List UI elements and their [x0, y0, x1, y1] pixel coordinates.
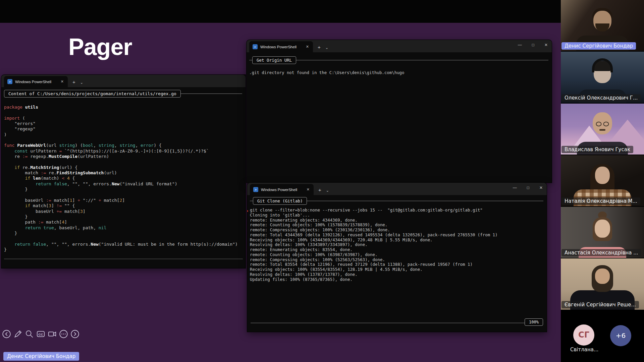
close-button[interactable]: ✕ — [544, 43, 548, 47]
back-arrow-icon — [2, 329, 11, 339]
terminal-window-origin-url[interactable]: > Windows PowerShell ✕ + ⌄ — □ ✕ Get Ori… — [247, 40, 552, 183]
terminal-line: path := match[4] — [4, 220, 242, 225]
maximize-button[interactable]: □ — [532, 43, 534, 47]
header-rule — [307, 201, 543, 201]
terminal-line — [4, 159, 242, 165]
terminal-body: Git Clone (Gitlab) ●git clone --filter=b… — [247, 195, 547, 332]
terminal-line — [4, 137, 242, 143]
terminal-line: } — [4, 231, 242, 236]
camera-button[interactable] — [48, 329, 57, 339]
close-button[interactable]: ✕ — [539, 185, 543, 190]
terminal-line — [4, 236, 242, 241]
terminal-line: remote: Compressing objects: 100% (52563… — [250, 257, 543, 262]
header-rule — [181, 94, 242, 94]
maximize-button[interactable]: □ — [527, 185, 529, 190]
terminal-tabbar: > Windows PowerShell ✕ + ⌄ — [1, 75, 246, 87]
video-camera-icon — [48, 329, 57, 339]
forward-arrow-icon — [70, 329, 79, 339]
terminal-line: Resolving deltas: 100% (3343897/3343897)… — [250, 242, 543, 247]
terminal-line: return false, "", "", errors.New("invali… — [4, 181, 242, 187]
code-listing: package utils import ( "errors" "regexp"… — [4, 105, 242, 252]
participant-tile[interactable]: Денис Сергійович Бондар — [561, 0, 644, 52]
slide-title: Pager — [68, 34, 132, 60]
participant-tile[interactable]: Олексій Олександрович Г... — [561, 52, 644, 103]
tab-windows-powershell[interactable]: > Windows PowerShell ✕ — [4, 76, 68, 87]
meeting-screen: Pager > Windows PowerShell ✕ + ⌄ Content… — [0, 0, 644, 362]
terminal-line: Receiving objects: 100% (4344369/4344369… — [250, 238, 543, 243]
terminal-line: remote: Total 83554 (delta 12196), reuse… — [250, 262, 543, 267]
participant-tile[interactable]: Євгеній Сергійович Реше... — [561, 258, 644, 310]
tab-title: Windows PowerShell — [261, 188, 303, 192]
terminal-line: import ( — [4, 116, 242, 121]
minimize-button[interactable]: — — [513, 185, 517, 190]
terminal-line: Receiving objects: 100% (83554/83554), 1… — [250, 267, 543, 272]
participant-tile[interactable]: Наталія Олександрівна М... — [561, 155, 644, 207]
tab-windows-powershell[interactable]: > Windows PowerShell ✕ — [250, 184, 314, 195]
terminal-line: package utils — [4, 105, 242, 110]
terminal-tabbar: > Windows PowerShell ✕ + ⌄ — □ ✕ — [247, 183, 547, 195]
forward-arrow-button[interactable] — [70, 329, 79, 339]
draw-button[interactable] — [13, 329, 22, 339]
terminal-window-git-clone[interactable]: > Windows PowerShell ✕ + ⌄ — □ ✕ Git Clo… — [247, 183, 547, 332]
window-controls: — □ ✕ — [518, 43, 548, 47]
terminal-line: remote: Counting objects: 100% (63987/63… — [250, 252, 543, 257]
magnifier-icon — [25, 329, 34, 339]
terminal-line: "regexp" — [4, 126, 242, 132]
terminal-line: match := re.FindStringSubmatch(url) — [4, 170, 242, 176]
terminal-line: remote: Enumerating objects: 83554, done… — [250, 247, 543, 252]
status-rule — [251, 323, 543, 323]
terminal-line: baseUrl += match[3] — [4, 209, 242, 214]
terminal-line — [4, 110, 242, 115]
terminal-output-line: .git directory not found in the C:\Users… — [249, 70, 548, 75]
tab-dropdown-icon[interactable]: ⌄ — [80, 80, 83, 85]
terminal-line: remote: Counting objects: 100% (1578839/… — [250, 223, 543, 228]
more-ellipsis-icon — [59, 329, 68, 339]
captions-button[interactable]: CC — [36, 329, 45, 339]
more-button[interactable] — [59, 329, 68, 339]
window-controls: — □ ✕ — [513, 185, 543, 190]
terminal-line: } — [4, 247, 242, 252]
svg-text:CC: CC — [39, 333, 43, 336]
participant-name-label: Анастасія Олександрівна ... — [561, 249, 641, 256]
section-header: Get Origin URL — [249, 55, 548, 65]
git-clone-output: ●git clone --filter=blob:none --recursiv… — [250, 208, 543, 282]
tab-close-icon[interactable]: ✕ — [60, 79, 64, 84]
terminal-line: remote: Enumerating objects: 4344369, do… — [250, 218, 543, 223]
terminal-line: remote: Total 4344369 (delta 1392126), r… — [250, 233, 543, 238]
terminal-line: ) — [4, 132, 242, 137]
participant-name-label: Владислав Янович Гусак — [561, 146, 633, 153]
tab-close-icon[interactable]: ✕ — [305, 44, 310, 50]
terminal-line: func ParseWebUrl(url string) (bool, stri… — [4, 143, 242, 148]
minimize-button[interactable]: — — [518, 43, 522, 47]
new-tab-button[interactable]: + — [72, 79, 75, 85]
powershell-icon: > — [253, 44, 258, 49]
avatar-initials[interactable]: СГ — [573, 324, 594, 346]
header-left-dash — [250, 201, 253, 201]
new-tab-button[interactable]: + — [318, 187, 321, 193]
terminal-line: } — [4, 214, 242, 220]
terminal-line: return true, baseUrl, path, nil — [4, 225, 242, 231]
terminal-line: baseUrl := match[1] + "://" + match[2] — [4, 198, 242, 203]
participant-tile[interactable]: Анастасія Олександрівна ... — [561, 207, 644, 258]
participant-name-label: Олексій Олександрович Г... — [561, 94, 641, 102]
tab-dropdown-icon[interactable]: ⌄ — [325, 46, 328, 50]
back-arrow-button[interactable] — [2, 329, 11, 339]
terminal-line: Resolving deltas: 100% (13787/13787), do… — [250, 272, 543, 277]
participants-sidebar: Денис Сергійович Бондар Олексій Олександ… — [561, 0, 644, 362]
section-title-box: Git Clone (Gitlab) — [253, 197, 307, 205]
participant-name-label: Євгеній Сергійович Реше... — [561, 301, 639, 308]
tab-close-icon[interactable]: ✕ — [306, 187, 310, 192]
terminal-window-regex[interactable]: > Windows PowerShell ✕ + ⌄ Content of C:… — [1, 75, 246, 268]
pane-bottom-rule — [4, 259, 243, 259]
new-tab-button[interactable]: + — [318, 44, 321, 50]
file-header: Content of C:/Users/denis/projects/goman… — [4, 89, 242, 98]
tab-windows-powershell[interactable]: > Windows PowerShell ✕ — [249, 41, 313, 52]
header-left-dash — [249, 60, 252, 60]
terminal-line: re := regexp.MustCompile(urlPattern) — [4, 154, 242, 159]
tab-dropdown-icon[interactable]: ⌄ — [326, 188, 329, 193]
terminal-line: Updating files: 100% (87365/87365), done… — [250, 277, 543, 282]
more-participants-badge[interactable]: +6 — [610, 325, 631, 346]
participant-name-label: Денис Сергійович Бондар — [561, 42, 636, 50]
participant-tile[interactable]: Владислав Янович Гусак — [561, 104, 644, 155]
magnifier-button[interactable] — [25, 329, 34, 339]
